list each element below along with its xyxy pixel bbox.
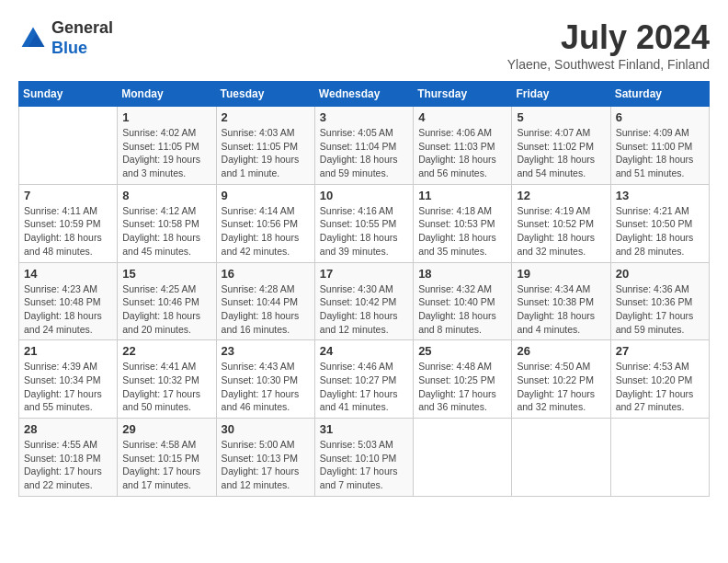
- day-cell: 23Sunrise: 4:43 AM Sunset: 10:30 PM Dayl…: [216, 340, 314, 419]
- day-number: 15: [122, 267, 210, 281]
- day-number: 29: [122, 422, 210, 436]
- day-cell: [19, 107, 118, 185]
- day-cell: [512, 419, 610, 497]
- day-cell: 6Sunrise: 4:09 AM Sunset: 11:00 PM Dayli…: [610, 107, 709, 185]
- day-cell: 29Sunrise: 4:58 AM Sunset: 10:15 PM Dayl…: [118, 419, 216, 497]
- day-cell: 22Sunrise: 4:41 AM Sunset: 10:32 PM Dayl…: [118, 340, 216, 419]
- day-number: 3: [320, 110, 408, 124]
- day-number: 26: [517, 344, 605, 358]
- day-number: 27: [616, 344, 704, 358]
- day-info: Sunrise: 4:21 AM Sunset: 10:50 PM Daylig…: [616, 204, 704, 259]
- day-cell: 19Sunrise: 4:34 AM Sunset: 10:38 PM Dayl…: [512, 262, 610, 340]
- week-row-2: 7Sunrise: 4:11 AM Sunset: 10:59 PM Dayli…: [19, 184, 710, 262]
- day-info: Sunrise: 5:00 AM Sunset: 10:13 PM Daylig…: [222, 438, 310, 492]
- day-info: Sunrise: 4:09 AM Sunset: 11:00 PM Daylig…: [616, 126, 704, 180]
- day-info: Sunrise: 4:03 AM Sunset: 11:05 PM Daylig…: [222, 126, 310, 180]
- day-number: 28: [24, 422, 112, 436]
- day-info: Sunrise: 4:14 AM Sunset: 10:56 PM Daylig…: [222, 204, 310, 259]
- day-number: 8: [122, 189, 210, 202]
- page-header: General Blue July 2024 Ylaene, Southwest…: [18, 18, 710, 72]
- day-number: 2: [222, 110, 310, 124]
- day-info: Sunrise: 4:32 AM Sunset: 10:40 PM Daylig…: [418, 282, 506, 337]
- day-info: Sunrise: 4:19 AM Sunset: 10:52 PM Daylig…: [517, 204, 605, 259]
- day-info: Sunrise: 4:06 AM Sunset: 11:03 PM Daylig…: [418, 126, 506, 180]
- header-cell-saturday: Saturday: [610, 82, 709, 107]
- logo-blue: Blue: [51, 39, 87, 57]
- header-cell-wednesday: Wednesday: [314, 82, 413, 107]
- day-info: Sunrise: 4:46 AM Sunset: 10:27 PM Daylig…: [320, 360, 408, 414]
- logo-icon: [18, 24, 48, 53]
- day-cell: 12Sunrise: 4:19 AM Sunset: 10:52 PM Dayl…: [512, 184, 610, 262]
- day-cell: 20Sunrise: 4:36 AM Sunset: 10:36 PM Dayl…: [610, 262, 709, 340]
- day-cell: 8Sunrise: 4:12 AM Sunset: 10:58 PM Dayli…: [118, 184, 216, 262]
- day-cell: 11Sunrise: 4:18 AM Sunset: 10:53 PM Dayl…: [414, 184, 512, 262]
- calendar-header: SundayMondayTuesdayWednesdayThursdayFrid…: [19, 82, 710, 107]
- day-cell: 26Sunrise: 4:50 AM Sunset: 10:22 PM Dayl…: [512, 340, 610, 419]
- day-cell: 10Sunrise: 4:16 AM Sunset: 10:55 PM Dayl…: [314, 184, 413, 262]
- day-number: 1: [122, 110, 210, 124]
- day-number: 13: [616, 189, 704, 202]
- day-info: Sunrise: 4:55 AM Sunset: 10:18 PM Daylig…: [24, 438, 112, 492]
- day-number: 21: [24, 344, 112, 358]
- day-cell: 1Sunrise: 4:02 AM Sunset: 11:05 PM Dayli…: [118, 107, 216, 185]
- day-number: 14: [24, 267, 112, 281]
- day-info: Sunrise: 4:11 AM Sunset: 10:59 PM Daylig…: [24, 204, 112, 259]
- day-number: 23: [222, 344, 310, 358]
- day-number: 16: [222, 267, 310, 281]
- day-info: Sunrise: 4:50 AM Sunset: 10:22 PM Daylig…: [517, 360, 605, 414]
- logo-general: General: [51, 18, 113, 37]
- day-number: 20: [616, 267, 704, 281]
- day-cell: 16Sunrise: 4:28 AM Sunset: 10:44 PM Dayl…: [216, 262, 314, 340]
- day-cell: 25Sunrise: 4:48 AM Sunset: 10:25 PM Dayl…: [414, 340, 512, 419]
- day-info: Sunrise: 4:41 AM Sunset: 10:32 PM Daylig…: [122, 360, 210, 414]
- day-info: Sunrise: 4:30 AM Sunset: 10:42 PM Daylig…: [320, 282, 408, 337]
- day-info: Sunrise: 4:43 AM Sunset: 10:30 PM Daylig…: [222, 360, 310, 414]
- day-info: Sunrise: 5:03 AM Sunset: 10:10 PM Daylig…: [320, 438, 408, 492]
- day-cell: 17Sunrise: 4:30 AM Sunset: 10:42 PM Dayl…: [314, 262, 413, 340]
- day-info: Sunrise: 4:05 AM Sunset: 11:04 PM Daylig…: [320, 126, 408, 180]
- header-row: SundayMondayTuesdayWednesdayThursdayFrid…: [19, 82, 710, 107]
- day-cell: 5Sunrise: 4:07 AM Sunset: 11:02 PM Dayli…: [512, 107, 610, 185]
- day-number: 6: [616, 110, 704, 124]
- day-cell: [610, 419, 709, 497]
- day-number: 12: [517, 189, 605, 202]
- title-block: July 2024 Ylaene, Southwest Finland, Fin…: [507, 18, 710, 72]
- logo-text: General Blue: [51, 18, 113, 58]
- day-info: Sunrise: 4:18 AM Sunset: 10:53 PM Daylig…: [418, 204, 506, 259]
- day-info: Sunrise: 4:34 AM Sunset: 10:38 PM Daylig…: [517, 282, 605, 337]
- day-number: 11: [418, 189, 506, 202]
- day-cell: 2Sunrise: 4:03 AM Sunset: 11:05 PM Dayli…: [216, 107, 314, 185]
- day-cell: 9Sunrise: 4:14 AM Sunset: 10:56 PM Dayli…: [216, 184, 314, 262]
- day-number: 17: [320, 267, 408, 281]
- day-info: Sunrise: 4:02 AM Sunset: 11:05 PM Daylig…: [122, 126, 210, 180]
- week-row-3: 14Sunrise: 4:23 AM Sunset: 10:48 PM Dayl…: [19, 262, 710, 340]
- day-number: 25: [418, 344, 506, 358]
- day-info: Sunrise: 4:36 AM Sunset: 10:36 PM Daylig…: [616, 282, 704, 337]
- day-number: 10: [320, 189, 408, 202]
- day-cell: 13Sunrise: 4:21 AM Sunset: 10:50 PM Dayl…: [610, 184, 709, 262]
- day-cell: 21Sunrise: 4:39 AM Sunset: 10:34 PM Dayl…: [19, 340, 118, 419]
- day-number: 7: [24, 189, 112, 202]
- day-number: 31: [320, 422, 408, 436]
- logo: General Blue: [18, 18, 113, 58]
- day-cell: 18Sunrise: 4:32 AM Sunset: 10:40 PM Dayl…: [414, 262, 512, 340]
- header-cell-sunday: Sunday: [19, 82, 118, 107]
- week-row-5: 28Sunrise: 4:55 AM Sunset: 10:18 PM Dayl…: [19, 419, 710, 497]
- day-info: Sunrise: 4:25 AM Sunset: 10:46 PM Daylig…: [122, 282, 210, 337]
- day-cell: 3Sunrise: 4:05 AM Sunset: 11:04 PM Dayli…: [314, 107, 413, 185]
- day-number: 22: [122, 344, 210, 358]
- day-cell: [414, 419, 512, 497]
- week-row-1: 1Sunrise: 4:02 AM Sunset: 11:05 PM Dayli…: [19, 107, 710, 185]
- day-number: 9: [222, 189, 310, 202]
- header-cell-thursday: Thursday: [414, 82, 512, 107]
- day-cell: 4Sunrise: 4:06 AM Sunset: 11:03 PM Dayli…: [414, 107, 512, 185]
- day-info: Sunrise: 4:23 AM Sunset: 10:48 PM Daylig…: [24, 282, 112, 337]
- day-info: Sunrise: 4:28 AM Sunset: 10:44 PM Daylig…: [222, 282, 310, 337]
- day-cell: 24Sunrise: 4:46 AM Sunset: 10:27 PM Dayl…: [314, 340, 413, 419]
- header-cell-friday: Friday: [512, 82, 610, 107]
- day-number: 24: [320, 344, 408, 358]
- day-number: 18: [418, 267, 506, 281]
- day-cell: 31Sunrise: 5:03 AM Sunset: 10:10 PM Dayl…: [314, 419, 413, 497]
- day-number: 19: [517, 267, 605, 281]
- day-cell: 28Sunrise: 4:55 AM Sunset: 10:18 PM Dayl…: [19, 419, 118, 497]
